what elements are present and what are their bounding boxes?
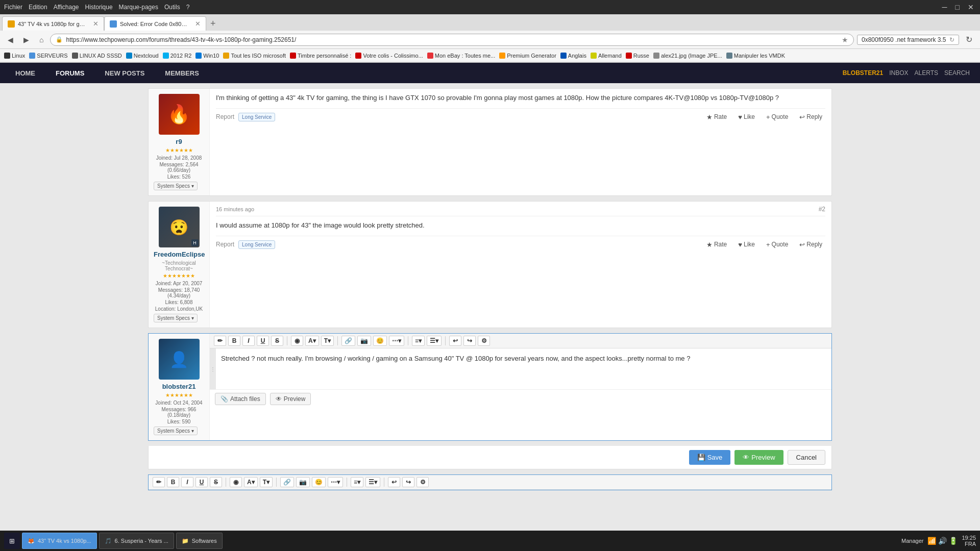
s2-toolbar-settings[interactable]: ⚙ (416, 477, 429, 487)
tab-1[interactable]: 43" TV 4k vs 1080p for gaming... ✕ (2, 16, 104, 31)
menu-edition[interactable]: Edition (29, 4, 47, 11)
system-specs-freedom[interactable]: System Specs ▾ (154, 314, 198, 322)
search-bar[interactable]: 0x800f0950 .net framework 3.5 ↻ (857, 35, 959, 45)
s2-toolbar-emoji[interactable]: 😊 (312, 477, 326, 487)
s2-toolbar-undo[interactable]: ↩ (388, 477, 400, 487)
s2-toolbar-link[interactable]: 🔗 (280, 477, 294, 487)
maximize-button[interactable]: □ (953, 3, 962, 11)
s2-toolbar-italic[interactable]: I (181, 477, 193, 487)
editor-content[interactable]: Stretched ? not much really. I'm browsin… (216, 348, 831, 389)
bookmark-timbre[interactable]: Timbre personnalisé : (290, 53, 351, 59)
s2-toolbar-list2[interactable]: ☰▾ (365, 477, 380, 487)
bookmark-vmdk[interactable]: Manipuler les VMDK (726, 53, 785, 59)
header-search[interactable]: SEARCH (944, 69, 970, 77)
username-r9[interactable]: r9 (154, 138, 204, 145)
bookmark-2012r2[interactable]: 2012 R2 (163, 53, 192, 59)
toolbar-undo[interactable]: ↩ (449, 336, 461, 346)
s2-toolbar-text-size[interactable]: T▾ (260, 477, 273, 487)
preview-action-button[interactable]: 👁 Preview (734, 450, 783, 465)
rate-btn-freedom[interactable]: ★ Rate (703, 239, 730, 250)
toolbar-image[interactable]: 📷 (357, 336, 371, 346)
tab-close-2[interactable]: ✕ (195, 20, 201, 28)
username-freedom[interactable]: FreedomEclipse (154, 251, 204, 258)
menu-fichier[interactable]: Fichier (4, 4, 22, 11)
toolbar-underline[interactable]: U (257, 336, 269, 346)
s2-toolbar-pencil[interactable]: ✏ (153, 477, 165, 487)
attach-files-button[interactable]: 📎 Attach files (215, 393, 266, 405)
tab-2[interactable]: Solved: Error Code 0x800f0950 ✕ (104, 16, 206, 31)
address-bar[interactable]: 🔒 https://www.techpowerup.com/forums/thr… (50, 34, 854, 46)
toolbar-strikethrough[interactable]: S (271, 336, 283, 346)
header-inbox[interactable]: INBOX (889, 69, 908, 77)
s2-toolbar-image[interactable]: 📷 (296, 477, 310, 487)
toolbar-bold[interactable]: B (228, 336, 240, 346)
bookmark-linux-ad[interactable]: LINUX AD SSSD (72, 53, 122, 59)
nav-members[interactable]: MEMBERS (160, 65, 204, 81)
bookmark-premium[interactable]: Premium Generator (499, 53, 556, 59)
refresh-button[interactable]: ↻ (962, 33, 976, 46)
bookmark-alex21[interactable]: alex21.jpg (Image JPE... (653, 53, 722, 59)
report-r9[interactable]: Report (216, 113, 234, 120)
quote-btn-r9[interactable]: + Quote (763, 112, 791, 122)
system-specs-blobster[interactable]: System Specs ▾ (154, 427, 198, 435)
toolbar-pencil[interactable]: ✏ (214, 336, 226, 346)
bookmark-ebay[interactable]: Mon eBay : Toutes me... (427, 53, 495, 59)
like-btn-freedom[interactable]: ♥ Like (735, 239, 758, 250)
minimize-button[interactable]: ─ (940, 3, 949, 11)
header-alerts[interactable]: ALERTS (915, 69, 938, 77)
menu-outils[interactable]: Outils (164, 4, 180, 11)
new-tab-button[interactable]: + (208, 18, 218, 29)
s2-toolbar-color-dot[interactable]: ◉ (230, 477, 242, 487)
editor-text[interactable]: Stretched ? not much really. I'm browsin… (221, 354, 826, 364)
forward-button[interactable]: ▶ (20, 34, 33, 46)
menu-help[interactable]: ? (186, 4, 190, 11)
nav-forums[interactable]: FORUMS (51, 65, 89, 81)
s2-toolbar-font-color[interactable]: A▾ (244, 477, 258, 487)
bookmark-colis[interactable]: Votre colis - Colissimo... (355, 53, 423, 59)
toolbar-color-dot[interactable]: ◉ (291, 336, 303, 346)
quote-btn-freedom[interactable]: + Quote (763, 239, 791, 250)
editor-handle[interactable]: ⋮ (210, 348, 216, 389)
toolbar-text-size[interactable]: T▾ (321, 336, 334, 346)
s2-toolbar-bold[interactable]: B (167, 477, 179, 487)
menu-affichage[interactable]: Affichage (54, 4, 79, 11)
header-username[interactable]: BLOBSTER21 (843, 69, 883, 77)
bookmark-nextcloud[interactable]: Nextcloud (126, 53, 159, 59)
s2-toolbar-more[interactable]: ⋯▾ (328, 477, 343, 487)
toolbar-emoji[interactable]: 😊 (373, 336, 387, 346)
toolbar-more[interactable]: ⋯▾ (389, 336, 404, 346)
tab-close-1[interactable]: ✕ (93, 20, 99, 28)
rate-btn-r9[interactable]: ★ Rate (703, 112, 730, 122)
menu-marque-pages[interactable]: Marque-pages (119, 4, 158, 11)
bookmark-linux[interactable]: Linux (4, 53, 25, 59)
toolbar-settings[interactable]: ⚙ (478, 336, 490, 346)
username-blobster[interactable]: blobster21 (154, 383, 204, 390)
cancel-button[interactable]: Cancel (788, 450, 825, 465)
bookmark-serveurs[interactable]: SERVEURS (29, 53, 67, 59)
toolbar-redo[interactable]: ↪ (463, 336, 476, 346)
report-freedom[interactable]: Report (216, 241, 234, 248)
s2-toolbar-strike[interactable]: S (210, 477, 222, 487)
toolbar-italic[interactable]: I (242, 336, 255, 346)
like-btn-r9[interactable]: ♥ Like (735, 112, 758, 122)
s2-toolbar-redo[interactable]: ↪ (402, 477, 414, 487)
preview-bottom-button[interactable]: 👁 Preview (270, 393, 311, 405)
bookmark-win10[interactable]: Win10 (195, 53, 219, 59)
menu-historique[interactable]: Historique (85, 4, 113, 11)
s2-toolbar-list1[interactable]: ≡▾ (351, 477, 363, 487)
nav-new-posts[interactable]: NEW POSTS (100, 65, 150, 81)
close-button[interactable]: ✕ (966, 3, 976, 11)
toolbar-font-color[interactable]: A▾ (305, 336, 319, 346)
save-button[interactable]: 💾 Save (689, 450, 731, 465)
home-button[interactable]: ⌂ (36, 34, 47, 46)
bookmark-anglais[interactable]: Anglais (560, 53, 586, 59)
nav-home[interactable]: HOME (10, 65, 40, 81)
bookmark-russe[interactable]: Russe (626, 53, 649, 59)
toolbar-list2[interactable]: ☰▾ (427, 336, 442, 346)
system-specs-r9[interactable]: System Specs ▾ (154, 182, 198, 190)
reply-btn-r9[interactable]: ↩ Reply (796, 112, 825, 122)
bookmark-iso[interactable]: Tout les ISO microsoft (223, 53, 286, 59)
back-button[interactable]: ◀ (4, 34, 17, 46)
toolbar-link[interactable]: 🔗 (341, 336, 355, 346)
s2-toolbar-underline[interactable]: U (195, 477, 208, 487)
